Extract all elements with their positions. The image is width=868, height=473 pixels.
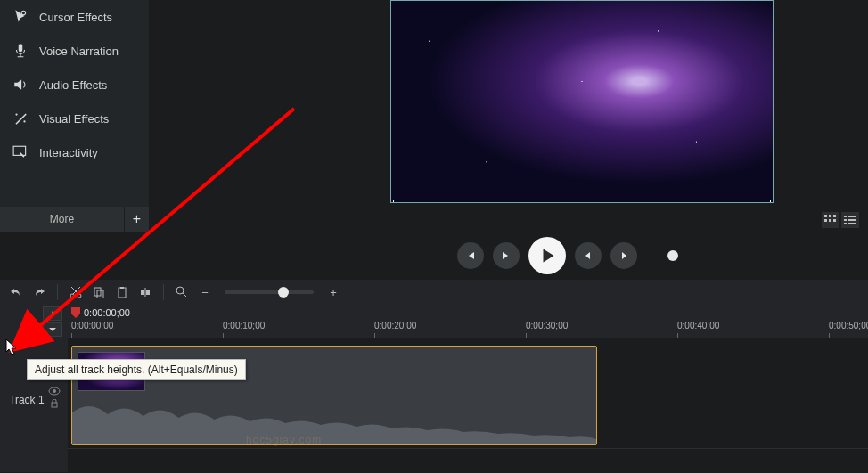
copy-button[interactable] xyxy=(90,283,108,301)
speaker-icon xyxy=(12,77,29,93)
sidebar-item-voice-narration[interactable]: Voice Narration xyxy=(0,34,149,68)
svg-rect-10 xyxy=(833,219,836,222)
svg-point-27 xyxy=(53,389,56,393)
sidebar-item-interactivity[interactable]: Interactivity xyxy=(0,135,149,169)
svg-point-2 xyxy=(15,113,17,115)
undo-button[interactable] xyxy=(7,283,25,301)
playhead-time-label: 0:00:00;00 xyxy=(84,307,130,318)
wand-icon xyxy=(12,110,29,126)
svg-rect-13 xyxy=(844,219,847,221)
timeline: + Track 1 0:00:00;00 0:00:00;00 0:00:10;… xyxy=(0,305,868,472)
svg-rect-6 xyxy=(829,215,831,217)
play-button[interactable] xyxy=(528,237,566,274)
ruler-tick: 0:00:00;00 xyxy=(71,321,113,330)
svg-rect-23 xyxy=(141,290,144,295)
sidebar-item-label: Visual Effects xyxy=(39,112,109,126)
svg-rect-21 xyxy=(119,288,126,298)
next-frame-button[interactable] xyxy=(493,242,520,269)
svg-rect-22 xyxy=(120,287,124,289)
time-ruler[interactable]: 0:00:00;00 0:00:10;00 0:00:20;00 0:00:30… xyxy=(68,321,868,338)
add-track-button[interactable]: + xyxy=(43,306,62,321)
svg-rect-7 xyxy=(833,215,836,217)
next-button[interactable] xyxy=(610,242,637,269)
svg-rect-14 xyxy=(848,219,856,221)
interact-icon xyxy=(12,144,29,160)
svg-rect-12 xyxy=(848,216,856,217)
ruler-tick: 0:00:20;00 xyxy=(374,321,416,330)
timeline-track-header: + Track 1 xyxy=(0,305,68,472)
zoom-out-button[interactable]: − xyxy=(196,283,214,301)
cursor-icon xyxy=(12,9,29,25)
collapse-tracks-button[interactable] xyxy=(43,322,62,337)
redo-button[interactable] xyxy=(30,283,48,301)
sidebar-item-label: Interactivity xyxy=(39,146,98,159)
svg-rect-24 xyxy=(146,290,150,295)
zoom-icon xyxy=(173,283,191,301)
prev-frame-button[interactable] xyxy=(457,242,484,269)
sidebar-item-label: Cursor Effects xyxy=(39,11,112,24)
ruler-tick: 0:00:10;00 xyxy=(223,321,265,330)
ruler-tick: 0:00:50;00 xyxy=(829,321,868,330)
cursor-pointer-icon xyxy=(5,338,20,356)
sidebar: Cursor Effects Voice Narration Audio Eff… xyxy=(0,0,149,232)
playhead-marker[interactable] xyxy=(71,307,80,318)
timeline-toolbar: − + xyxy=(0,280,868,305)
ruler-tick: 0:00:30;00 xyxy=(526,321,568,330)
svg-point-25 xyxy=(176,287,184,294)
add-button[interactable]: + xyxy=(124,207,149,232)
sidebar-item-label: Voice Narration xyxy=(39,45,119,58)
cut-button[interactable] xyxy=(67,283,85,301)
split-button[interactable] xyxy=(136,283,154,301)
sidebar-item-label: Audio Effects xyxy=(39,78,107,92)
record-indicator xyxy=(667,250,678,261)
resize-handle[interactable] xyxy=(390,200,394,203)
playhead[interactable]: 0:00:00;00 xyxy=(71,305,130,321)
preview-canvas[interactable] xyxy=(390,0,774,203)
zoom-thumb[interactable] xyxy=(278,287,289,298)
svg-point-18 xyxy=(78,294,81,298)
more-button[interactable]: More xyxy=(0,213,124,225)
watermark: hoc5giay.com xyxy=(246,434,322,446)
track-lock-icon[interactable] xyxy=(48,399,61,408)
svg-rect-15 xyxy=(844,223,847,224)
list-view-button[interactable] xyxy=(841,212,859,228)
svg-rect-11 xyxy=(844,216,847,217)
track-row[interactable]: Nebula - 25168 hoc5giay.com xyxy=(68,342,868,449)
svg-rect-28 xyxy=(52,403,57,407)
svg-point-3 xyxy=(23,120,25,122)
prev-button[interactable] xyxy=(575,242,602,269)
zoom-slider[interactable] xyxy=(225,290,314,294)
ruler-tick: 0:00:40;00 xyxy=(677,321,719,330)
svg-rect-16 xyxy=(848,223,856,224)
svg-rect-8 xyxy=(824,219,827,222)
sidebar-item-audio-effects[interactable]: Audio Effects xyxy=(0,68,149,102)
mic-icon xyxy=(12,43,29,59)
paste-button[interactable] xyxy=(113,283,131,301)
timeline-tracks-area[interactable]: 0:00:00;00 0:00:00;00 0:00:10;00 0:00:20… xyxy=(68,305,868,472)
svg-rect-4 xyxy=(13,146,26,155)
svg-point-17 xyxy=(70,294,74,298)
zoom-in-button[interactable]: + xyxy=(324,283,342,301)
track-visible-icon[interactable] xyxy=(48,387,61,396)
track-label: Track 1 xyxy=(9,394,45,406)
clip-waveform xyxy=(72,395,596,444)
sidebar-item-visual-effects[interactable]: Visual Effects xyxy=(0,102,149,135)
view-toggle xyxy=(822,212,859,228)
sidebar-more-row: More + xyxy=(0,207,149,232)
svg-point-0 xyxy=(21,11,26,15)
svg-rect-1 xyxy=(19,44,23,52)
playback-controls xyxy=(0,232,868,280)
sidebar-item-cursor-effects[interactable]: Cursor Effects xyxy=(0,0,149,34)
resize-handle[interactable] xyxy=(770,200,774,203)
tooltip: Adjust all track heights. (Alt+Equals/Mi… xyxy=(27,359,246,380)
svg-rect-5 xyxy=(824,215,827,217)
svg-rect-9 xyxy=(829,219,831,222)
grid-view-button[interactable] xyxy=(822,212,839,228)
